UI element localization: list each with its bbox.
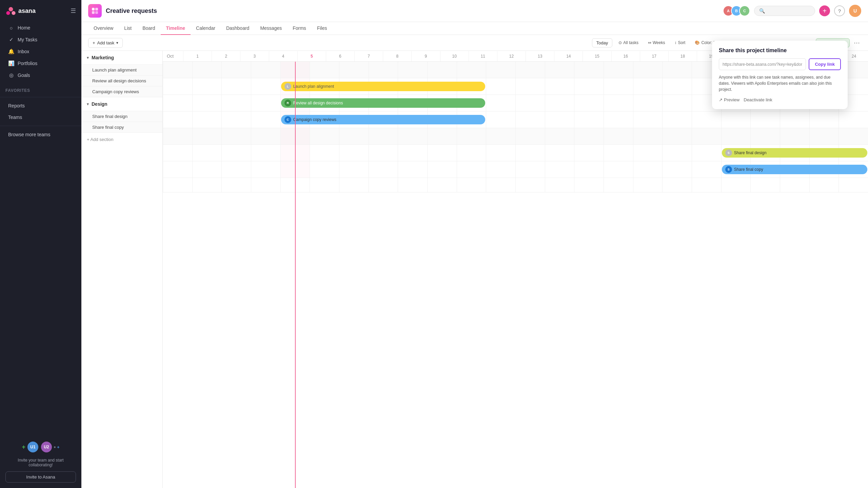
help-button[interactable]: ?	[834, 5, 845, 16]
cal-cell	[486, 78, 515, 95]
task-row[interactable]: Launch plan alignment	[81, 65, 162, 76]
day-header-9: 9	[411, 51, 440, 61]
day-header-8: 8	[383, 51, 411, 61]
add-task-button[interactable]: + Add task ▾	[88, 38, 123, 48]
cal-cell	[457, 62, 486, 78]
cal-cell	[192, 62, 222, 78]
check-icon: ✓	[8, 37, 14, 43]
cal-section-design	[163, 128, 868, 145]
copy-link-button[interactable]: Copy link	[809, 58, 841, 70]
task-bar-label: Campaign copy reviews	[293, 117, 336, 122]
cal-cell	[457, 145, 486, 161]
today-button[interactable]: Today	[592, 38, 613, 47]
cal-cell	[515, 95, 545, 111]
cal-cell	[221, 62, 251, 78]
cal-cell	[633, 78, 663, 95]
sort-button[interactable]: ↕ Sort	[671, 39, 689, 47]
tab-dashboard[interactable]: Dashboard	[221, 22, 255, 35]
cal-cell	[515, 145, 545, 161]
cal-cell	[427, 145, 457, 161]
tab-timeline[interactable]: Timeline	[161, 22, 191, 35]
preview-link[interactable]: ↗ Preview	[719, 97, 739, 102]
calendar-grid: Oct 123456789101112131415161718192021222…	[163, 51, 868, 488]
invite-button[interactable]: Invite to Asana	[5, 471, 76, 483]
tab-messages[interactable]: Messages	[255, 22, 287, 35]
cal-cell	[721, 111, 751, 128]
sections-panel: ▾ Marketing Launch plan alignment Review…	[81, 51, 163, 488]
cal-cell	[163, 145, 192, 161]
cal-cell	[515, 62, 545, 78]
topbar-right: A B C 🔍 + ? U	[723, 5, 861, 17]
cal-cell	[633, 62, 663, 78]
tab-list[interactable]: List	[119, 22, 137, 35]
task-bar-t4[interactable]: SShare final design	[722, 148, 867, 158]
sidebar-item-label: Inbox	[18, 49, 29, 54]
task-row[interactable]: Share final design	[81, 111, 162, 122]
cal-cell	[780, 178, 809, 192]
task-avatar: L	[284, 83, 291, 90]
cal-cell	[192, 178, 222, 192]
sidebar-item-inbox[interactable]: 🔔 Inbox	[3, 46, 79, 57]
task-bar-t5[interactable]: SShare final copy	[722, 165, 867, 174]
sidebar-item-browse-teams[interactable]: Browse more teams	[3, 129, 79, 140]
tab-forms[interactable]: Forms	[287, 22, 312, 35]
color-icon: 🎨	[695, 40, 700, 45]
add-section-row[interactable]: + Add section	[81, 133, 162, 146]
task-bar-label: Launch plan alignment	[293, 84, 334, 89]
sidebar-item-goals[interactable]: ◎ Goals	[3, 69, 79, 81]
sidebar-item-portfolios[interactable]: 📊 Portfolios	[3, 58, 79, 69]
task-bar-t3[interactable]: CCampaign copy reviews	[281, 115, 486, 124]
cal-cell	[574, 95, 604, 111]
tab-calendar[interactable]: Calendar	[191, 22, 221, 35]
section-marketing[interactable]: ▾ Marketing	[81, 51, 162, 65]
cal-cell	[750, 178, 780, 192]
popup-title: Share this project timeline	[719, 47, 841, 54]
cal-cell	[251, 161, 280, 178]
task-bar-t2[interactable]: RReview all design decisions	[281, 98, 486, 108]
cal-cell	[221, 95, 251, 111]
section-design[interactable]: ▾ Design	[81, 97, 162, 111]
add-button[interactable]: +	[819, 5, 830, 16]
today-line	[295, 51, 296, 488]
cal-cell	[604, 62, 633, 78]
day-header-12: 12	[497, 51, 526, 61]
task-row[interactable]: Review all design decisions	[81, 76, 162, 86]
sidebar-item-teams[interactable]: Teams	[3, 112, 79, 123]
tab-board[interactable]: Board	[137, 22, 160, 35]
task-row[interactable]: Share final copy	[81, 122, 162, 133]
more-options-icon[interactable]: ⋯	[852, 38, 861, 48]
link-input[interactable]	[719, 58, 806, 70]
cal-cell	[310, 161, 339, 178]
invite-text: Invite your team and start collaborating…	[5, 458, 76, 467]
tab-overview[interactable]: Overview	[88, 22, 119, 35]
all-tasks-button[interactable]: ⊙ All tasks	[615, 39, 642, 47]
deactivate-link[interactable]: Deactivate link	[744, 97, 772, 102]
cal-cell	[163, 62, 192, 78]
cal-cell	[163, 161, 192, 178]
cal-cell	[192, 128, 222, 144]
task-bar-label: Review all design decisions	[293, 101, 343, 105]
sidebar-item-label: My Tasks	[18, 37, 37, 42]
cal-task-row-t4: SShare final design	[163, 145, 868, 161]
avatar-1: U1	[27, 441, 39, 453]
chevron-down-icon: ▾	[116, 41, 118, 45]
cal-cell	[839, 111, 868, 128]
hamburger-icon[interactable]: ☰	[71, 7, 76, 15]
tab-files[interactable]: Files	[312, 22, 333, 35]
cal-task-row-t5: SShare final copy	[163, 161, 868, 178]
sidebar-item-home[interactable]: ○ Home	[3, 22, 79, 34]
cal-cell	[339, 145, 369, 161]
search-box[interactable]: 🔍	[754, 6, 815, 16]
day-header-6: 6	[326, 51, 354, 61]
cal-cell	[574, 78, 604, 95]
sort-label: Sort	[678, 40, 685, 45]
portfolios-icon: 📊	[8, 60, 14, 66]
cal-cell	[192, 111, 222, 128]
sidebar-item-my-tasks[interactable]: ✓ My Tasks	[3, 34, 79, 45]
sidebar-item-reports[interactable]: Reports	[3, 100, 79, 111]
weeks-button[interactable]: ⇔ Weeks	[645, 39, 668, 47]
teams-label: Teams	[8, 115, 22, 120]
task-row[interactable]: Campaign copy reviews	[81, 86, 162, 97]
task-bar-t1[interactable]: LLaunch plan alignment	[281, 82, 486, 91]
user-avatar[interactable]: U	[849, 5, 861, 17]
